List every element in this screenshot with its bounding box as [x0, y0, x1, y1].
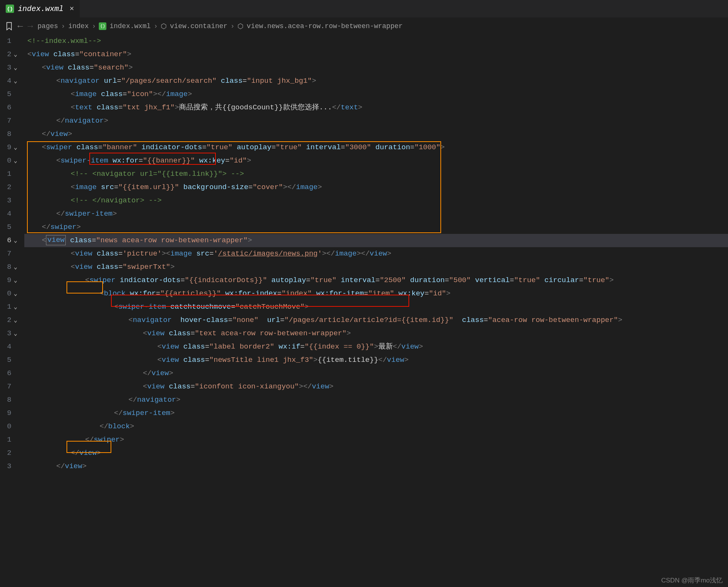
code-line[interactable]: <image class="icon"></image>: [24, 88, 728, 101]
code-line[interactable]: <view class="label border2" wx:if="{{ind…: [24, 340, 728, 353]
code-line[interactable]: <swiper class="banner" indicator-dots="t…: [24, 141, 728, 154]
code-line[interactable]: </view>: [24, 367, 728, 380]
tab-filename: index.wxml: [18, 5, 63, 13]
wxml-file-icon: {}: [99, 22, 106, 30]
code-line[interactable]: <block wx:for="{{articles}}" wx:for-inde…: [24, 287, 728, 300]
breadcrumb-segment[interactable]: view.container: [170, 22, 227, 30]
code-line[interactable]: </navigator>: [24, 393, 728, 407]
line-number: 6: [0, 367, 11, 380]
line-number: 5: [0, 353, 11, 367]
line-number: 9: [0, 141, 11, 154]
fold-chevron-icon[interactable]: ⌄: [14, 330, 17, 337]
line-number: 4: [0, 74, 11, 88]
line-number: 6: [0, 101, 11, 114]
line-number: 9: [0, 274, 11, 287]
code-line[interactable]: <text class="txt jhx_f1">商品搜索，共{{goodsCo…: [24, 101, 728, 114]
tab-bar: {} index.wxml ×: [0, 0, 728, 18]
code-line[interactable]: <navigator hover-class="none" url="/page…: [24, 314, 728, 327]
close-icon[interactable]: ×: [70, 5, 74, 13]
code-line[interactable]: <navigator url="/pages/search/search" cl…: [24, 74, 728, 88]
line-number: 9: [0, 407, 11, 420]
fold-chevron-icon[interactable]: ⌄: [14, 264, 17, 271]
line-number: 5: [0, 221, 11, 234]
line-number: 1: [0, 35, 11, 48]
line-number: 3: [0, 194, 11, 207]
code-line[interactable]: <swiper indicator-dots="{{indicatorDots}…: [24, 274, 728, 287]
line-number: 7: [0, 380, 11, 393]
editor-tab[interactable]: {} index.wxml ×: [0, 0, 80, 17]
code-line[interactable]: </navigator>: [24, 114, 728, 128]
code-line[interactable]: <swiper-item catchtouchmove="catchTouchM…: [24, 300, 728, 314]
code-line[interactable]: </view>: [24, 460, 728, 473]
line-number: 4: [0, 207, 11, 221]
code-editor[interactable]: 123456789012345678901234567890123 ⌄⌄⌄⌄⌄⌄…: [0, 35, 728, 473]
code-line[interactable]: <view class='pictrue'><image src='/stati…: [24, 247, 728, 260]
code-line[interactable]: </swiper-item>: [24, 207, 728, 221]
line-number: 3: [0, 61, 11, 74]
fold-chevron-icon[interactable]: ⌄: [14, 237, 17, 244]
breadcrumb-bar: ← → pages › index › {} index.wxml › ⬡ vi…: [0, 18, 728, 35]
code-line[interactable]: </swiper>: [24, 433, 728, 447]
fold-chevron-icon[interactable]: ⌄: [14, 277, 17, 284]
breadcrumb-segment[interactable]: pages: [38, 22, 58, 30]
code-line[interactable]: <view class="container">: [24, 48, 728, 61]
line-number: 1: [0, 300, 11, 314]
line-number: 8: [0, 260, 11, 274]
code-line[interactable]: <view class="text acea-row row-between-w…: [24, 327, 728, 340]
fold-gutter[interactable]: ⌄⌄⌄⌄⌄⌄⌄⌄⌄⌄⌄⌄: [14, 35, 24, 473]
breadcrumb[interactable]: pages › index › {} index.wxml › ⬡ view.c…: [38, 22, 403, 30]
code-line[interactable]: <view class="swiperTxt">: [24, 260, 728, 274]
line-number: 0: [0, 420, 11, 433]
line-number: 4: [0, 340, 11, 353]
fold-chevron-icon[interactable]: ⌄: [14, 144, 17, 151]
chevron-right-icon: ›: [154, 22, 158, 30]
code-line[interactable]: <!-- <navigator url="{{item.link}}"> -->: [24, 167, 728, 181]
fold-chevron-icon[interactable]: ⌄: [14, 65, 17, 71]
line-number: 2: [0, 447, 11, 460]
line-number: 0: [0, 154, 11, 167]
code-line[interactable]: <!--index.wxml-->: [24, 35, 728, 48]
breadcrumb-segment[interactable]: index.wxml: [109, 22, 150, 30]
code-line[interactable]: </view>: [24, 447, 728, 460]
line-number: 3: [0, 460, 11, 473]
nav-back-icon[interactable]: ←: [17, 21, 23, 32]
symbol-icon: ⬡: [161, 22, 167, 30]
code-line[interactable]: <view class="search">: [24, 61, 728, 74]
symbol-icon: ⬡: [237, 22, 244, 30]
bookmark-icon[interactable]: [5, 22, 13, 30]
code-line[interactable]: <swiper-item wx:for="{{banner}}" wx:key=…: [24, 154, 728, 167]
line-number: 1: [0, 433, 11, 447]
nav-forward-icon: →: [27, 21, 33, 32]
line-number: 5: [0, 88, 11, 101]
line-number: 2: [0, 181, 11, 194]
line-number: 8: [0, 393, 11, 407]
code-line[interactable]: </swiper-item>: [24, 407, 728, 420]
fold-chevron-icon[interactable]: ⌄: [14, 158, 17, 164]
line-number: 6: [0, 234, 11, 247]
code-line[interactable]: <image src="{{item.url}}" background-siz…: [24, 181, 728, 194]
breadcrumb-segment[interactable]: index: [68, 22, 89, 30]
line-number-gutter: 123456789012345678901234567890123: [0, 35, 14, 473]
code-line[interactable]: </swiper>: [24, 221, 728, 234]
fold-chevron-icon[interactable]: ⌄: [14, 51, 17, 58]
code-line[interactable]: </block>: [24, 420, 728, 433]
line-number: 2: [0, 48, 11, 61]
line-number: 7: [0, 114, 11, 128]
fold-chevron-icon[interactable]: ⌄: [14, 290, 17, 297]
line-number: 2: [0, 314, 11, 327]
breadcrumb-segment[interactable]: view.news.acea-row.row-between-wrapper: [247, 22, 402, 30]
code-line[interactable]: <!-- </navigator> -->: [24, 194, 728, 207]
line-number: 0: [0, 287, 11, 300]
wxml-file-icon: {}: [6, 5, 14, 13]
fold-chevron-icon[interactable]: ⌄: [14, 304, 17, 311]
code-line[interactable]: </view>: [24, 128, 728, 141]
line-number: 1: [0, 167, 11, 181]
code-line[interactable]: <view class="iconfont icon-xiangyou"></v…: [24, 380, 728, 393]
line-number: 7: [0, 247, 11, 260]
fold-chevron-icon[interactable]: ⌄: [14, 78, 17, 85]
fold-chevron-icon[interactable]: ⌄: [14, 317, 17, 324]
code-line[interactable]: <view class="news acea-row row-between-w…: [24, 234, 728, 247]
line-number: 8: [0, 128, 11, 141]
code-line[interactable]: <view class="newsTitle line1 jhx_f3">{{i…: [24, 353, 728, 367]
code-area[interactable]: <!--index.wxml--><view class="container"…: [24, 35, 728, 473]
